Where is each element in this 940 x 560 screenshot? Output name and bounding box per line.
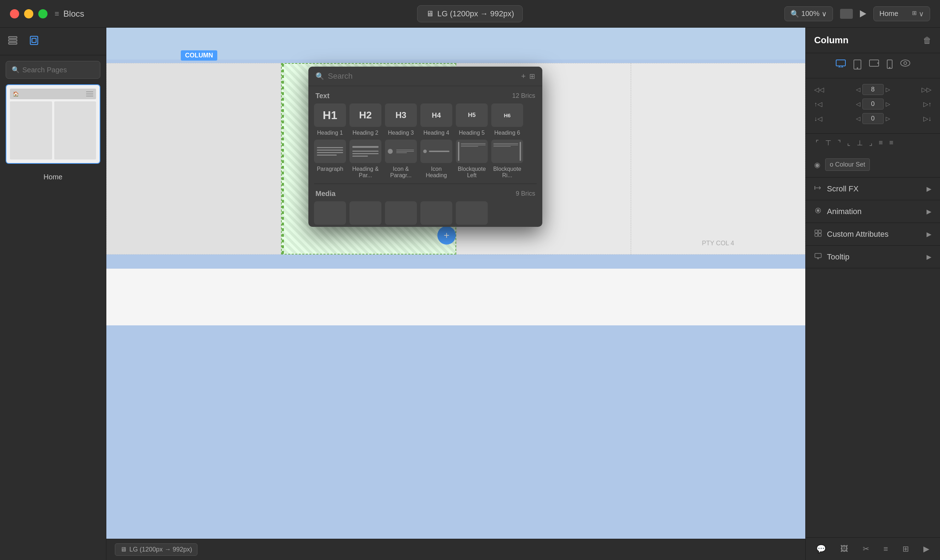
play-button[interactable] — [860, 10, 866, 17]
row-bottom-spacing-row: ↓◁ ◁ 0 ▷ ▷↓ — [814, 113, 931, 124]
row-bottom-dec-button[interactable]: ◁ — [856, 115, 860, 122]
col-spacing-arrows-left: ◁◁ — [814, 86, 824, 94]
bottom-chat-icon[interactable]: 💬 — [816, 545, 826, 554]
visibility-button[interactable] — [899, 58, 912, 73]
align-bottom-left-button[interactable]: ⌞ — [846, 137, 852, 149]
svg-point-15 — [901, 60, 910, 66]
delete-button[interactable]: 🗑 — [923, 35, 931, 45]
add-bric-icon[interactable]: + — [437, 226, 456, 245]
bric-search-input[interactable] — [328, 72, 517, 81]
bric-item-h4[interactable]: H4 Heading 4 — [420, 103, 452, 136]
bric-item-blockquote-left[interactable]: Blockquote Left — [456, 140, 488, 178]
canvas-col-4: PTY COL 4 — [631, 63, 806, 254]
animation-header[interactable]: Animation ▶ — [806, 200, 940, 223]
maximize-button[interactable] — [38, 9, 48, 18]
align-bottom-center-button[interactable]: ⊥ — [855, 137, 864, 149]
custom-attributes-header[interactable]: Custom Attributes ▶ — [806, 223, 940, 245]
bric-item-media-4[interactable] — [420, 201, 452, 225]
bric-thumb-h3: H3 — [385, 103, 417, 127]
menu-icon[interactable]: ≡ — [55, 9, 59, 18]
bric-label-icon-para: Icon & Paragr... — [385, 166, 417, 178]
row-bottom-inc-button[interactable]: ▷ — [886, 115, 890, 122]
monitor-icon: 🖥 — [426, 9, 434, 18]
tooltip-header[interactable]: Tooltip ▶ — [806, 246, 940, 268]
search-pages-input[interactable] — [22, 66, 112, 74]
row-top-input-group: ◁ 0 ▷ — [856, 98, 890, 109]
right-sidebar-bottom-bar: 💬 🖼 ✂ ≡ ⊞ ▶ — [806, 537, 940, 560]
colour-set-header[interactable]: ◉ o Colour Set — [806, 152, 940, 177]
device-selector[interactable]: 🖥 LG (1200px → 992px) — [417, 5, 523, 22]
right-sidebar-header: Column 🗑 — [806, 28, 940, 53]
zoom-selector[interactable]: 🔍 100% ∨ — [785, 6, 833, 21]
bric-item-h3[interactable]: H3 Heading 3 — [385, 103, 417, 136]
row-top-inc-button[interactable]: ▷ — [886, 101, 890, 108]
bric-list-icon[interactable]: ⊞ — [529, 72, 535, 80]
svg-rect-5 — [836, 60, 845, 66]
align-top-right-button[interactable]: ⌝ — [836, 137, 842, 149]
tooltip-label: Tooltip — [827, 252, 849, 262]
svg-point-16 — [904, 62, 907, 65]
bric-item-h6[interactable]: H6 Heading 6 — [491, 103, 523, 136]
bric-item-media-5[interactable] — [456, 201, 488, 225]
close-button[interactable] — [10, 9, 19, 18]
mobile-landscape-button[interactable] — [868, 58, 880, 73]
bric-item-icon-heading[interactable]: Icon Heading — [420, 140, 452, 178]
bottom-cut-icon[interactable]: ✂ — [863, 545, 869, 554]
bric-item-icon-para[interactable]: Icon & Paragr... — [385, 140, 417, 178]
bric-picker: 🔍 + ⊞ Text 12 Brics H1 Heading 1 H2 — [308, 67, 542, 227]
tooltip-arrow: ▶ — [926, 253, 931, 261]
bric-thumb-media-4 — [420, 201, 452, 225]
align-text-left-button[interactable]: ≡ — [877, 137, 885, 149]
desktop-view-button[interactable] — [834, 58, 847, 73]
align-text-center-button[interactable]: ≡ — [888, 137, 895, 149]
row-top-value[interactable]: 0 — [862, 98, 884, 109]
bric-item-media-2[interactable] — [349, 201, 382, 225]
bottom-list-icon[interactable]: ≡ — [883, 545, 888, 554]
minimize-button[interactable] — [24, 9, 33, 18]
bottom-image-icon[interactable]: 🖼 — [840, 545, 848, 554]
search-icon: 🔍 — [12, 66, 20, 74]
bric-label-blockquote-left: Blockquote Left — [456, 166, 488, 178]
bric-item-media-1[interactable] — [314, 201, 346, 225]
sidebar-tab-layers[interactable] — [6, 33, 20, 50]
page-label-home: Home — [0, 169, 106, 185]
col-dec-button[interactable]: ◁ — [856, 86, 860, 93]
bric-item-blockquote-right[interactable]: Blockquote Ri... — [491, 140, 523, 178]
bric-item-heading-para[interactable]: Heading & Par... — [349, 140, 382, 178]
tooltip-left: Tooltip — [814, 252, 849, 262]
bric-item-h2[interactable]: H2 Heading 2 — [349, 103, 382, 136]
bric-item-h1[interactable]: H1 Heading 1 — [314, 103, 346, 136]
page-thumbnail-home[interactable]: 🏠 — [6, 85, 100, 164]
scroll-fx-header[interactable]: Scroll FX ▶ — [806, 178, 940, 200]
thumb-col-2 — [54, 102, 96, 160]
tooltip-section: Tooltip ▶ — [806, 246, 940, 268]
scroll-fx-section: Scroll FX ▶ — [806, 178, 940, 200]
bric-thumb-h1: H1 — [314, 103, 346, 127]
col-inc-button[interactable]: ▷ — [886, 86, 890, 93]
align-top-left-button[interactable]: ⌜ — [814, 137, 820, 149]
bric-item-paragraph[interactable]: Paragraph — [314, 140, 346, 178]
mobile-portrait-button[interactable] — [885, 58, 894, 73]
footer-device-label: LG (1200px → 992px) — [129, 546, 192, 553]
align-top-center-button[interactable]: ⊤ — [824, 137, 832, 149]
rect-button[interactable] — [840, 9, 853, 19]
bric-item-h5[interactable]: H5 Heading 5 — [456, 103, 488, 136]
page-label: Home — [879, 9, 898, 18]
align-bottom-right-button[interactable]: ⌟ — [868, 137, 874, 149]
svg-rect-0 — [9, 37, 17, 38]
colour-set-value: o Colour Set — [825, 158, 870, 171]
page-selector[interactable]: Home ⊞ ∨ — [873, 6, 930, 21]
bric-add-button[interactable]: + — [521, 72, 526, 81]
col-spacing-value[interactable]: 8 — [862, 84, 884, 95]
svg-rect-20 — [818, 230, 821, 233]
row-top-dec-button[interactable]: ◁ — [856, 101, 860, 108]
scroll-fx-left: Scroll FX — [814, 184, 858, 194]
tablet-view-button[interactable] — [852, 58, 863, 73]
bottom-grid-icon[interactable]: ⊞ — [902, 545, 909, 554]
row-bottom-value[interactable]: 0 — [862, 113, 884, 124]
spacing-section: ◁◁ ◁ 8 ▷ ▷▷ ↑◁ ◁ 0 ▷ ▷↑ ↓◁ ◁ 0 ▷ ▷↓ — [806, 78, 940, 134]
sidebar-tab-pages[interactable] — [27, 33, 41, 50]
footer-device-selector[interactable]: 🖥 LG (1200px → 992px) — [115, 543, 197, 556]
bottom-play-icon[interactable]: ▶ — [923, 545, 929, 554]
bric-item-media-3[interactable] — [385, 201, 417, 225]
